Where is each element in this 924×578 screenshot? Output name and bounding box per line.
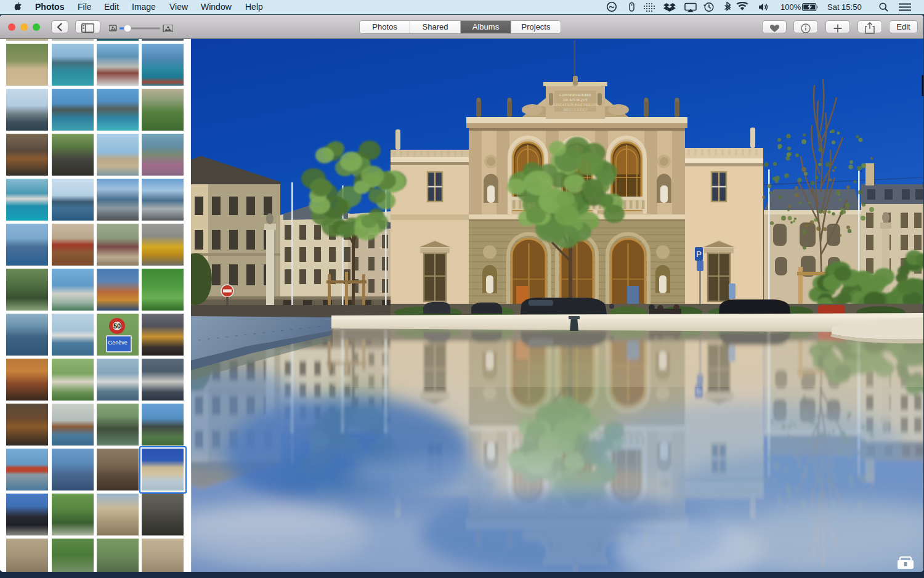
svg-text:DE MVSIQVE: DE MVSIQVE [563,97,588,102]
svg-text:FONDATION BARTHOLONI: FONDATION BARTHOLONI [553,103,598,107]
svg-text:CONSERVATOIRE: CONSERVATOIRE [559,92,591,97]
svg-text:P: P [696,250,702,259]
svg-text:MDCCCXXXV: MDCCCXXXV [563,108,588,112]
